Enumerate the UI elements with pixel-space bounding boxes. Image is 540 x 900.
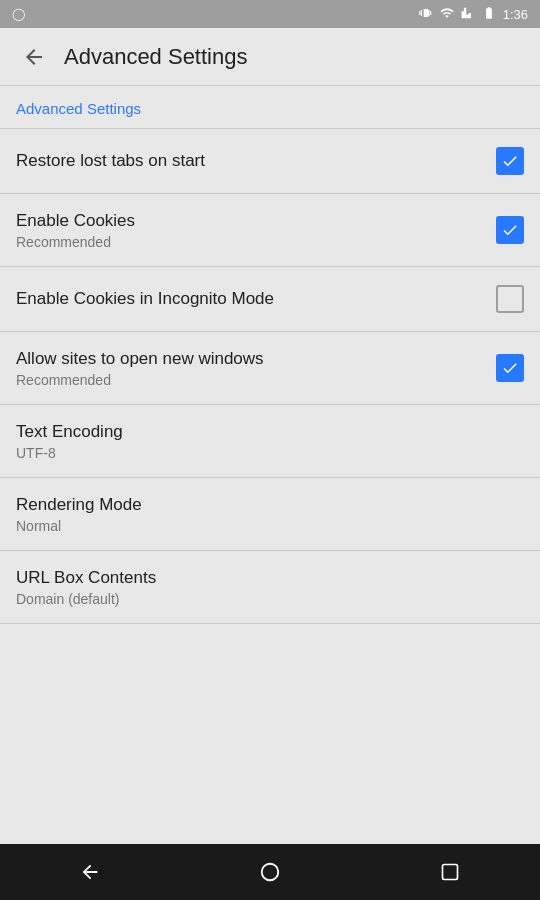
wifi-icon: [439, 6, 455, 23]
setting-restore-tabs-text: Restore lost tabs on start: [16, 150, 496, 172]
setting-allow-new-windows[interactable]: Allow sites to open new windows Recommen…: [0, 332, 540, 404]
checkbox-checked-icon: [496, 216, 524, 244]
setting-allow-new-windows-checkbox[interactable]: [496, 354, 524, 382]
svg-point-0: [262, 864, 279, 881]
setting-enable-cookies-text: Enable Cookies Recommended: [16, 210, 496, 250]
status-bar: ◯ 1:36: [0, 0, 540, 28]
setting-text-encoding-text: Text Encoding UTF-8: [16, 421, 524, 461]
nav-back-button[interactable]: [62, 844, 118, 900]
setting-url-box-contents-text: URL Box Contents Domain (default): [16, 567, 524, 607]
setting-enable-cookies-checkbox[interactable]: [496, 216, 524, 244]
setting-cookies-incognito[interactable]: Enable Cookies in Incognito Mode: [0, 267, 540, 331]
setting-url-box-contents-title: URL Box Contents: [16, 567, 508, 589]
signal-icon: [461, 6, 475, 23]
nav-home-button[interactable]: [242, 844, 298, 900]
toolbar-title: Advanced Settings: [64, 44, 247, 70]
back-button[interactable]: [16, 39, 52, 75]
setting-enable-cookies-title: Enable Cookies: [16, 210, 480, 232]
setting-restore-tabs-title: Restore lost tabs on start: [16, 150, 480, 172]
setting-text-encoding-title: Text Encoding: [16, 421, 508, 443]
checkbox-checked-icon: [496, 147, 524, 175]
setting-cookies-incognito-text: Enable Cookies in Incognito Mode: [16, 288, 496, 310]
setting-allow-new-windows-title: Allow sites to open new windows: [16, 348, 480, 370]
setting-url-box-contents[interactable]: URL Box Contents Domain (default): [0, 551, 540, 623]
vibrate-icon: [419, 6, 433, 23]
divider-7: [0, 623, 540, 624]
setting-enable-cookies[interactable]: Enable Cookies Recommended: [0, 194, 540, 266]
setting-cookies-incognito-title: Enable Cookies in Incognito Mode: [16, 288, 480, 310]
setting-enable-cookies-subtitle: Recommended: [16, 234, 480, 250]
setting-allow-new-windows-subtitle: Recommended: [16, 372, 480, 388]
setting-rendering-mode[interactable]: Rendering Mode Normal: [0, 478, 540, 550]
setting-rendering-mode-subtitle: Normal: [16, 518, 508, 534]
section-header-label: Advanced Settings: [16, 100, 141, 117]
setting-rendering-mode-title: Rendering Mode: [16, 494, 508, 516]
toolbar: Advanced Settings: [0, 28, 540, 86]
setting-rendering-mode-text: Rendering Mode Normal: [16, 494, 524, 534]
setting-url-box-contents-subtitle: Domain (default): [16, 591, 508, 607]
setting-text-encoding-subtitle: UTF-8: [16, 445, 508, 461]
setting-text-encoding[interactable]: Text Encoding UTF-8: [0, 405, 540, 477]
nav-bar: [0, 844, 540, 900]
nav-recents-button[interactable]: [422, 844, 478, 900]
svg-rect-1: [443, 865, 458, 880]
battery-icon: [481, 6, 497, 23]
section-header: Advanced Settings: [0, 86, 540, 128]
setting-allow-new-windows-text: Allow sites to open new windows Recommen…: [16, 348, 496, 388]
checkbox-unchecked-icon: [496, 285, 524, 313]
setting-restore-tabs[interactable]: Restore lost tabs on start: [0, 129, 540, 193]
checkbox-checked-icon: [496, 354, 524, 382]
setting-restore-tabs-checkbox[interactable]: [496, 147, 524, 175]
content-area: Advanced Settings Restore lost tabs on s…: [0, 86, 540, 844]
android-icon: ◯: [12, 7, 25, 21]
status-time: 1:36: [503, 7, 528, 22]
setting-cookies-incognito-checkbox[interactable]: [496, 285, 524, 313]
